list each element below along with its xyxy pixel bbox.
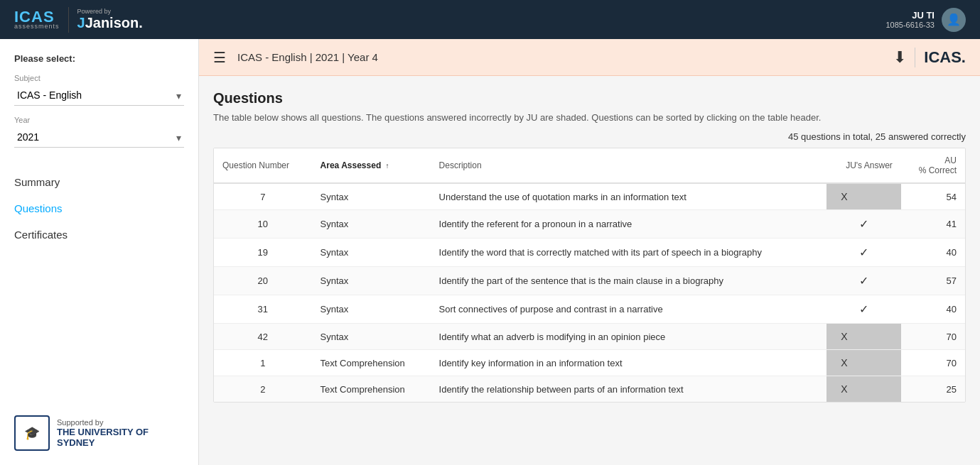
user-info: JU TI 1085-6616-33: [885, 10, 935, 29]
au-percent-cell: 25: [901, 376, 965, 403]
area-cell: Syntax: [312, 183, 431, 210]
section-title: Questions: [213, 90, 966, 106]
area-cell: Text Comprehension: [312, 376, 431, 403]
table-row: 42 Syntax Identify what an adverb is mod…: [214, 324, 965, 350]
year-select[interactable]: 2021: [14, 127, 184, 148]
icas-brand-logo: ICAS.: [924, 48, 966, 67]
x-icon: X: [841, 191, 847, 202]
answer-cell: X: [826, 324, 901, 350]
description-cell: Identify the referent for a pronoun in a…: [431, 210, 827, 239]
question-number-cell: 2: [214, 376, 312, 403]
sort-icon: ↑: [386, 162, 389, 170]
university-logo: 🎓: [14, 415, 50, 451]
question-number-cell: 1: [214, 350, 312, 376]
au-percent-cell: 41: [901, 210, 965, 239]
col-description[interactable]: Description: [431, 148, 827, 183]
area-cell: Syntax: [312, 239, 431, 267]
user-section: JU TI 1085-6616-33 👤: [885, 8, 966, 32]
sidebar-footer: 🎓 Supported by THE UNIVERSITY OFSYDNEY: [14, 415, 184, 451]
col-au-percent[interactable]: AU % Correct: [901, 148, 965, 183]
nav-questions[interactable]: Questions: [14, 195, 184, 221]
answer-cell: ✓: [826, 210, 901, 239]
au-percent-cell: 70: [901, 324, 965, 350]
university-name: THE UNIVERSITY OFSYDNEY: [57, 427, 149, 448]
subject-select[interactable]: ICAS - English: [14, 85, 184, 106]
download-icon[interactable]: ⬇: [893, 48, 906, 67]
description-cell: Understand the use of quotation marks in…: [431, 183, 827, 210]
question-number-cell: 19: [214, 239, 312, 267]
area-cell: Syntax: [312, 210, 431, 239]
description-cell: Identify what an adverb is modifying in …: [431, 324, 827, 350]
table-row: 1 Text Comprehension Identify key inform…: [214, 350, 965, 376]
section-description: The table below shows all questions. The…: [213, 112, 966, 123]
subject-select-wrapper[interactable]: ICAS - English ▾: [14, 85, 184, 106]
university-info: Supported by THE UNIVERSITY OFSYDNEY: [57, 418, 149, 448]
question-number-cell: 42: [214, 324, 312, 350]
table-row: 10 Syntax Identify the referent for a pr…: [214, 210, 965, 239]
col-question-number[interactable]: Question Number: [214, 148, 312, 183]
main-layout: Please select: Subject ICAS - English ▾ …: [0, 39, 980, 465]
icas-logo: ICAS assessments: [14, 9, 60, 30]
area-cell: Text Comprehension: [312, 350, 431, 376]
nav-certificates[interactable]: Certificates: [14, 221, 184, 248]
x-icon: X: [841, 383, 847, 395]
supported-by-text: Supported by: [57, 418, 149, 427]
description-cell: Identify the word that is correctly matc…: [431, 239, 827, 267]
x-icon: X: [841, 357, 847, 368]
area-cell: Syntax: [312, 324, 431, 350]
nav-items: Summary Questions Certificates: [14, 169, 184, 248]
answer-cell: ✓: [826, 295, 901, 324]
table-row: 19 Syntax Identify the word that is corr…: [214, 239, 965, 267]
answer-cell: X: [826, 350, 901, 376]
au-percent-cell: 40: [901, 295, 965, 324]
area-cell: Syntax: [312, 267, 431, 295]
please-select-label: Please select:: [14, 53, 184, 64]
table-header-row: Question Number Area Assessed ↑ Descript…: [214, 148, 965, 183]
description-cell: Sort connectives of purpose and contrast…: [431, 295, 827, 324]
year-select-wrapper[interactable]: 2021 ▾: [14, 127, 184, 148]
questions-table: Question Number Area Assessed ↑ Descript…: [214, 148, 965, 402]
table-row: 31 Syntax Sort connectives of purpose an…: [214, 295, 965, 324]
nav-summary[interactable]: Summary: [14, 169, 184, 195]
area-cell: Syntax: [312, 295, 431, 324]
col-area-assessed[interactable]: Area Assessed ↑: [312, 148, 431, 183]
check-icon: ✓: [859, 275, 868, 287]
au-percent-cell: 54: [901, 183, 965, 210]
hamburger-icon[interactable]: ☰: [213, 49, 226, 66]
avatar[interactable]: 👤: [942, 8, 966, 32]
table-row: 20 Syntax Identify the part of the sente…: [214, 267, 965, 295]
question-number-cell: 31: [214, 295, 312, 324]
au-percent-cell: 40: [901, 239, 965, 267]
logo-divider: [68, 7, 69, 33]
description-cell: Identify the relationship between parts …: [431, 376, 827, 403]
answer-cell: ✓: [826, 267, 901, 295]
subject-label: Subject: [14, 74, 184, 82]
powered-by: Powered by JJanison.: [77, 8, 143, 31]
table-body: 7 Syntax Understand the use of quotation…: [214, 183, 965, 402]
year-label: Year: [14, 116, 184, 124]
main-content: ☰ ICAS - English | 2021 | Year 4 ⬇ ICAS.…: [199, 39, 980, 465]
table-row: 2 Text Comprehension Identify the relati…: [214, 376, 965, 403]
description-cell: Identify key information in an informati…: [431, 350, 827, 376]
check-icon: ✓: [859, 246, 868, 258]
question-number-cell: 7: [214, 183, 312, 210]
x-icon: X: [841, 331, 847, 342]
col-jus-answer[interactable]: JU's Answer: [826, 148, 901, 183]
answer-cell: X: [826, 376, 901, 403]
questions-table-container: Question Number Area Assessed ↑ Descript…: [213, 148, 966, 403]
content-area: Questions The table below shows all ques…: [199, 76, 980, 465]
app-header: ICAS assessments Powered by JJanison. JU…: [0, 0, 980, 39]
divider: [915, 48, 915, 67]
au-percent-cell: 57: [901, 267, 965, 295]
question-number-cell: 10: [214, 210, 312, 239]
description-cell: Identify the part of the sentence that i…: [431, 267, 827, 295]
au-percent-cell: 70: [901, 350, 965, 376]
question-number-cell: 20: [214, 267, 312, 295]
check-icon: ✓: [859, 303, 868, 315]
check-icon: ✓: [859, 218, 868, 230]
total-info: 45 questions in total, 25 answered corre…: [213, 131, 966, 142]
table-row: 7 Syntax Understand the use of quotation…: [214, 183, 965, 210]
answer-cell: ✓: [826, 239, 901, 267]
logo-group: ICAS assessments Powered by JJanison.: [14, 7, 143, 33]
sub-header: ☰ ICAS - English | 2021 | Year 4 ⬇ ICAS.: [199, 39, 980, 76]
